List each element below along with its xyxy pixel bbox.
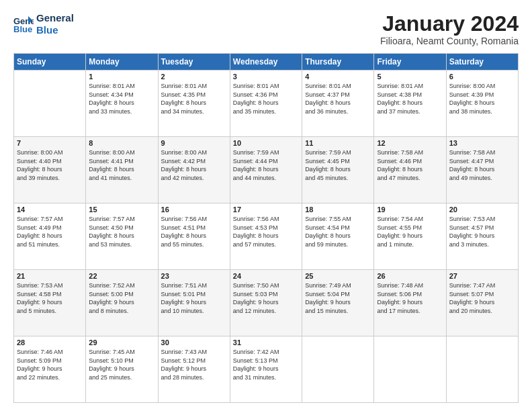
day-info: Sunrise: 7:42 AM Sunset: 5:13 PM Dayligh… (233, 348, 299, 381)
day-number: 20 (449, 205, 515, 214)
day-info: Sunrise: 8:01 AM Sunset: 4:36 PM Dayligh… (233, 82, 299, 116)
calendar-cell: 2Sunrise: 8:01 AM Sunset: 4:35 PM Daylig… (158, 71, 230, 137)
calendar-cell: 17Sunrise: 7:56 AM Sunset: 4:53 PM Dayli… (230, 203, 302, 270)
calendar-cell: 16Sunrise: 7:56 AM Sunset: 4:51 PM Dayli… (158, 203, 230, 270)
calendar-cell: 22Sunrise: 7:52 AM Sunset: 5:00 PM Dayli… (86, 270, 158, 336)
day-info: Sunrise: 7:43 AM Sunset: 5:12 PM Dayligh… (161, 348, 227, 381)
day-number: 26 (377, 272, 443, 280)
calendar-cell: 11Sunrise: 7:59 AM Sunset: 4:45 PM Dayli… (302, 137, 374, 203)
day-info: Sunrise: 7:47 AM Sunset: 5:07 PM Dayligh… (449, 281, 515, 315)
calendar-cell: 29Sunrise: 7:45 AM Sunset: 5:10 PM Dayli… (86, 336, 158, 403)
calendar-cell: 26Sunrise: 7:48 AM Sunset: 5:06 PM Dayli… (374, 270, 446, 336)
calendar-cell: 15Sunrise: 7:57 AM Sunset: 4:50 PM Dayli… (86, 203, 158, 270)
day-number: 29 (89, 338, 154, 347)
calendar-cell: 6Sunrise: 8:00 AM Sunset: 4:39 PM Daylig… (446, 71, 518, 137)
weekday-tuesday: Tuesday (158, 54, 230, 71)
day-info: Sunrise: 7:56 AM Sunset: 4:51 PM Dayligh… (161, 215, 227, 248)
svg-text:Blue: Blue (13, 24, 32, 34)
day-info: Sunrise: 8:01 AM Sunset: 4:35 PM Dayligh… (161, 82, 227, 116)
day-info: Sunrise: 7:45 AM Sunset: 5:10 PM Dayligh… (89, 348, 154, 381)
day-info: Sunrise: 7:54 AM Sunset: 4:55 PM Dayligh… (377, 215, 443, 248)
day-number: 6 (449, 73, 515, 81)
calendar-cell (14, 71, 86, 137)
day-info: Sunrise: 7:53 AM Sunset: 4:58 PM Dayligh… (17, 281, 83, 315)
calendar-cell: 8Sunrise: 8:00 AM Sunset: 4:41 PM Daylig… (86, 137, 158, 203)
week-row-1: 1Sunrise: 8:01 AM Sunset: 4:34 PM Daylig… (14, 71, 519, 137)
day-number: 10 (233, 139, 299, 147)
day-info: Sunrise: 7:51 AM Sunset: 5:01 PM Dayligh… (161, 281, 227, 315)
day-info: Sunrise: 7:49 AM Sunset: 5:04 PM Dayligh… (305, 281, 371, 315)
day-info: Sunrise: 7:53 AM Sunset: 4:57 PM Dayligh… (449, 215, 515, 248)
calendar-cell: 7Sunrise: 8:00 AM Sunset: 4:40 PM Daylig… (14, 137, 86, 203)
title-block: January 2024 Filioara, Neamt County, Rom… (380, 12, 519, 46)
calendar-cell: 4Sunrise: 8:01 AM Sunset: 4:37 PM Daylig… (302, 71, 374, 137)
day-number: 3 (233, 73, 299, 81)
day-number: 15 (89, 205, 154, 214)
calendar-cell: 10Sunrise: 7:59 AM Sunset: 4:44 PM Dayli… (230, 137, 302, 203)
day-info: Sunrise: 8:01 AM Sunset: 4:37 PM Dayligh… (305, 82, 371, 116)
day-number: 24 (233, 272, 299, 280)
calendar-cell: 23Sunrise: 7:51 AM Sunset: 5:01 PM Dayli… (158, 270, 230, 336)
week-row-2: 7Sunrise: 8:00 AM Sunset: 4:40 PM Daylig… (14, 137, 519, 203)
day-number: 19 (377, 205, 443, 214)
day-number: 12 (377, 139, 443, 147)
day-info: Sunrise: 7:59 AM Sunset: 4:45 PM Dayligh… (305, 148, 371, 182)
calendar-cell: 5Sunrise: 8:01 AM Sunset: 4:38 PM Daylig… (374, 71, 446, 137)
logo-text-general: General (36, 12, 74, 24)
day-number: 1 (89, 73, 154, 81)
calendar-cell: 20Sunrise: 7:53 AM Sunset: 4:57 PM Dayli… (446, 203, 518, 270)
calendar-body: 1Sunrise: 8:01 AM Sunset: 4:34 PM Daylig… (14, 71, 519, 403)
calendar-cell: 1Sunrise: 8:01 AM Sunset: 4:34 PM Daylig… (86, 71, 158, 137)
day-info: Sunrise: 7:57 AM Sunset: 4:49 PM Dayligh… (17, 215, 83, 248)
day-number: 23 (161, 272, 227, 280)
calendar-cell (374, 336, 446, 403)
month-title: January 2024 (380, 12, 519, 36)
location-title: Filioara, Neamt County, Romania (380, 36, 519, 46)
week-row-5: 28Sunrise: 7:46 AM Sunset: 5:09 PM Dayli… (14, 336, 519, 403)
day-info: Sunrise: 7:59 AM Sunset: 4:44 PM Dayligh… (233, 148, 299, 182)
calendar-cell: 21Sunrise: 7:53 AM Sunset: 4:58 PM Dayli… (14, 270, 86, 336)
day-number: 17 (233, 205, 299, 214)
day-number: 11 (305, 139, 371, 147)
header: General Blue General Blue January 2024 F… (13, 12, 519, 46)
day-number: 14 (17, 205, 83, 214)
day-info: Sunrise: 8:01 AM Sunset: 4:34 PM Dayligh… (89, 82, 154, 116)
calendar-page: General Blue General Blue January 2024 F… (0, 0, 532, 411)
calendar-cell (302, 336, 374, 403)
calendar-cell: 24Sunrise: 7:50 AM Sunset: 5:03 PM Dayli… (230, 270, 302, 336)
week-row-4: 21Sunrise: 7:53 AM Sunset: 4:58 PM Dayli… (14, 270, 519, 336)
day-number: 22 (89, 272, 154, 280)
calendar-cell: 3Sunrise: 8:01 AM Sunset: 4:36 PM Daylig… (230, 71, 302, 137)
day-info: Sunrise: 7:52 AM Sunset: 5:00 PM Dayligh… (89, 281, 154, 315)
calendar-cell: 25Sunrise: 7:49 AM Sunset: 5:04 PM Dayli… (302, 270, 374, 336)
day-number: 28 (17, 338, 83, 347)
calendar-cell: 9Sunrise: 8:00 AM Sunset: 4:42 PM Daylig… (158, 137, 230, 203)
day-number: 18 (305, 205, 371, 214)
day-info: Sunrise: 7:48 AM Sunset: 5:06 PM Dayligh… (377, 281, 443, 315)
weekday-monday: Monday (86, 54, 158, 71)
logo-text-blue: Blue (36, 24, 74, 36)
day-number: 7 (17, 139, 83, 147)
day-number: 4 (305, 73, 371, 81)
day-info: Sunrise: 7:55 AM Sunset: 4:54 PM Dayligh… (305, 215, 371, 248)
weekday-friday: Friday (374, 54, 446, 71)
day-number: 21 (17, 272, 83, 280)
day-number: 30 (161, 338, 227, 347)
calendar-cell (446, 336, 518, 403)
calendar-cell: 19Sunrise: 7:54 AM Sunset: 4:55 PM Dayli… (374, 203, 446, 270)
day-number: 31 (233, 338, 299, 347)
calendar-cell: 30Sunrise: 7:43 AM Sunset: 5:12 PM Dayli… (158, 336, 230, 403)
day-info: Sunrise: 7:56 AM Sunset: 4:53 PM Dayligh… (233, 215, 299, 248)
weekday-wednesday: Wednesday (230, 54, 302, 71)
day-info: Sunrise: 8:01 AM Sunset: 4:38 PM Dayligh… (377, 82, 443, 116)
day-info: Sunrise: 8:00 AM Sunset: 4:40 PM Dayligh… (17, 148, 83, 182)
day-number: 27 (449, 272, 515, 280)
calendar-cell: 12Sunrise: 7:58 AM Sunset: 4:46 PM Dayli… (374, 137, 446, 203)
day-info: Sunrise: 7:50 AM Sunset: 5:03 PM Dayligh… (233, 281, 299, 315)
day-info: Sunrise: 7:58 AM Sunset: 4:46 PM Dayligh… (377, 148, 443, 182)
day-number: 13 (449, 139, 515, 147)
weekday-header-row: SundayMondayTuesdayWednesdayThursdayFrid… (14, 54, 519, 71)
day-info: Sunrise: 7:46 AM Sunset: 5:09 PM Dayligh… (17, 348, 83, 381)
day-number: 2 (161, 73, 227, 81)
calendar-cell: 18Sunrise: 7:55 AM Sunset: 4:54 PM Dayli… (302, 203, 374, 270)
